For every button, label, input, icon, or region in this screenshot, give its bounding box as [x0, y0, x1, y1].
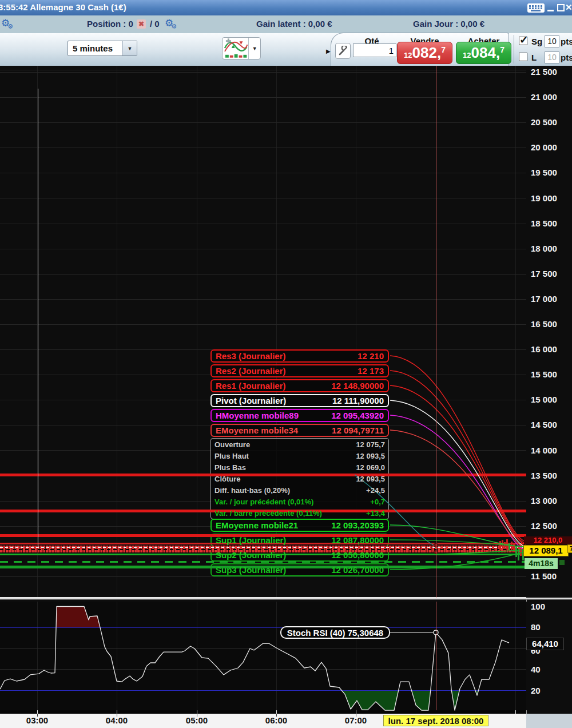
sup2-dashed-line: [0, 561, 526, 563]
orders-gear-icon[interactable]: ⚙⚙: [165, 18, 179, 28]
bar-info-box[interactable]: Ouverture12 075,7 Plus Haut12 093,5 Plus…: [210, 438, 389, 519]
legend-hma89[interactable]: HMoyenne mobile89 12 095,43920: [210, 409, 389, 422]
legend-label: HMoyenne mobile89: [216, 411, 299, 420]
price-tick: 18 500: [531, 218, 570, 229]
info-value: 12 093,5: [356, 474, 385, 485]
price-tick: 16 500: [531, 319, 570, 329]
panel-separator[interactable]: [0, 597, 572, 599]
candle: [506, 539, 508, 550]
legend-value: 12 093,20393: [331, 520, 384, 530]
sell-price-thousands: 12: [404, 51, 412, 59]
candle: [504, 542, 506, 549]
price-tick: 21 000: [531, 92, 570, 102]
legend-label: Sup1 (Journalier): [216, 535, 286, 545]
stop-points-unit: pts: [561, 37, 572, 46]
crosshair-cursor-line-stoch: [436, 602, 436, 710]
legend-value: 12 095,43920: [331, 411, 384, 420]
legend-ema21[interactable]: EMoyenne mobile21 12 093,20393: [210, 519, 389, 532]
legend-value: 12 173: [357, 366, 384, 376]
info-label: Var. / barre précédente (0,11%): [214, 508, 322, 519]
buy-price-decimal: 7: [500, 45, 505, 54]
legend-value: 12 087,80000: [331, 535, 384, 545]
candle: [513, 544, 515, 552]
price-tick: 17 500: [531, 269, 570, 279]
candle: [518, 549, 519, 560]
time-axis[interactable]: 03:00 04:00 05:00 06:00 07:00 lun. 17 se…: [0, 714, 572, 728]
timeframe-select[interactable]: 5 minutes ▼: [67, 41, 137, 56]
price-tick: 20 500: [531, 117, 570, 128]
toolbar: 5 minutes ▼ ▼ ▶ Qté Ven: [0, 33, 572, 66]
info-value: 12 093,5: [356, 451, 385, 462]
sell-price-main: 082,: [412, 45, 442, 60]
level-price-label: 12 210,0: [524, 536, 572, 544]
resistance-line-upper: [0, 474, 526, 476]
price-tick: 14 500: [531, 420, 570, 430]
sell-button[interactable]: 12 082, 7: [397, 42, 452, 64]
price-tick: 19 000: [531, 193, 570, 204]
price-tick: 16 000: [531, 344, 570, 355]
price-tick: 12 500: [531, 521, 570, 531]
price-tick: 15 500: [531, 369, 570, 380]
chevron-down-icon[interactable]: ▼: [122, 41, 137, 55]
time-tick-label: 05:00: [177, 715, 217, 725]
minimize-button[interactable]: [547, 10, 554, 11]
close-position-icon[interactable]: ✖: [137, 19, 146, 29]
info-label: Ouverture: [214, 439, 250, 451]
last-price-decimal: 7: [567, 544, 572, 553]
info-value: +13,4: [366, 508, 385, 519]
chart-type-button[interactable]: ▼: [222, 37, 261, 59]
buy-button[interactable]: 12 084, 7: [456, 42, 511, 64]
limit-checkbox-label: L: [531, 53, 537, 62]
position-bar: ⚙⚙ Position : 0 ✖ / 0 ⚙⚙ Gain latent : 0…: [0, 15, 572, 34]
legend-label: Sup2 (Journalier): [216, 550, 286, 560]
legend-res2[interactable]: Res2 (Journalier) 12 173: [210, 364, 389, 377]
divider: [514, 35, 514, 63]
chart-style-icon: [223, 38, 248, 59]
chevron-down-icon[interactable]: ▼: [248, 38, 260, 59]
gain-latent-label: Gain latent : 0,00 €: [256, 19, 332, 29]
legend-res3[interactable]: Res3 (Journalier) 12 210: [210, 349, 389, 363]
stoch-current-value-label: 64,410: [527, 638, 563, 650]
maximize-button[interactable]: [557, 4, 565, 11]
price-tick: 15 000: [531, 395, 570, 405]
panel-expander-icon[interactable]: ▶: [326, 48, 331, 54]
order-settings-button[interactable]: [335, 43, 351, 59]
legend-ema34[interactable]: EMoyenne mobile34 12 094,79711: [210, 424, 389, 437]
pivot-dashed-line: [0, 547, 526, 548]
qty-input[interactable]: [353, 43, 396, 57]
crosshair-cursor-line: [436, 66, 436, 598]
legend-res1[interactable]: Res1 (Journalier) 12 148,90000: [210, 379, 389, 392]
candle: [515, 547, 517, 557]
legend-label: Sup3 (Journalier): [216, 565, 286, 575]
close-button[interactable]: ✕: [565, 2, 572, 13]
price-tick: 19 500: [531, 168, 570, 178]
price-tick: 14 000: [531, 445, 570, 456]
legend-pivot[interactable]: Pivot (Journalier) 12 111,90000: [210, 394, 389, 407]
legend-value: 12 148,90000: [331, 381, 384, 391]
timeframe-value: 5 minutes: [68, 43, 122, 53]
last-price-value: 12 089,1: [529, 546, 562, 555]
stop-points-input[interactable]: 10: [545, 35, 559, 47]
time-tick-label: 07:00: [336, 715, 376, 725]
info-value: +24,5: [366, 485, 385, 496]
stop-checkbox[interactable]: ✓: [519, 37, 527, 45]
candle: [509, 543, 510, 550]
price-tick: 17 000: [531, 294, 570, 304]
buy-price-main: 084,: [471, 45, 500, 60]
bar-countdown-label: 4m18s: [525, 558, 558, 569]
legend-value: 12 094,79711: [332, 425, 384, 435]
stoch-indicator-label[interactable]: Stoch RSI (40) 75,30648: [280, 626, 390, 639]
limit-checkbox[interactable]: [519, 53, 527, 61]
stoch-rsi-panel[interactable]: [0, 602, 526, 710]
time-tick-label: 04:00: [97, 715, 137, 725]
title-bar[interactable]: 3:55:42 Allemagne 30 Cash (1€) ✕: [0, 0, 572, 15]
limit-points-input[interactable]: 10: [545, 51, 559, 63]
keyboard-icon[interactable]: [527, 3, 545, 13]
candle: [511, 542, 513, 551]
buy-price-thousands: 12: [463, 51, 471, 59]
settings-gear-icon[interactable]: ⚙⚙: [1, 18, 15, 28]
wrench-icon: [338, 46, 348, 56]
info-label: Diff. haut-bas (0,20%): [214, 485, 290, 496]
info-label: Clôture: [214, 474, 241, 485]
candle: [499, 541, 501, 550]
